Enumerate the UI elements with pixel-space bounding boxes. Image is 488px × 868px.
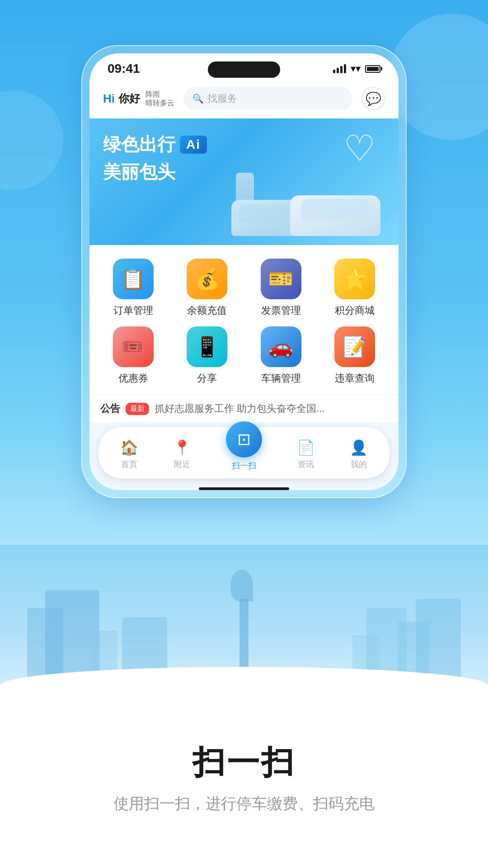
signal-icon xyxy=(333,64,346,73)
invoice-icon: 🎫 xyxy=(261,259,301,299)
bottom-nav: 🏠 首页 📍 附近 ⊡ 扫一扫 📄 资 xyxy=(99,427,389,478)
order-label: 订单管理 xyxy=(113,304,153,317)
search-icon: 🔍 xyxy=(192,93,204,104)
phone-mockup: 09:41 ▾▾ xyxy=(81,45,407,498)
nav-item-news[interactable]: 📄 资讯 xyxy=(288,436,324,472)
banner-text: 绿色出行 Ai 美丽包头 xyxy=(103,132,207,184)
news-label: 资讯 xyxy=(298,459,314,470)
nav-item-home[interactable]: 🏠 首页 xyxy=(111,436,147,472)
status-icons: ▾▾ xyxy=(333,63,380,75)
scan-subtitle: 使用扫一扫，进行停车缴费、扫码充电 xyxy=(113,793,375,814)
hi-label: Hi xyxy=(103,92,115,106)
share-label: 分享 xyxy=(197,372,217,385)
cityscape-section xyxy=(0,545,488,689)
menu-item-violation[interactable]: 📝 违章查询 xyxy=(320,326,390,385)
home-indicator xyxy=(199,487,289,490)
weather-desc: 晴转多云 xyxy=(145,99,174,107)
coupon-label: 优惠券 xyxy=(118,372,148,385)
notice-label: 公告 xyxy=(100,402,120,415)
invoice-label: 发票管理 xyxy=(261,304,301,317)
greeting-text: 你好 xyxy=(118,91,140,106)
notice-badge: 最新 xyxy=(126,403,149,415)
banner: 绿色出行 Ai 美丽包头 ♡ xyxy=(89,118,399,245)
status-notch xyxy=(208,61,280,78)
menu-grid: 📋 订单管理 💰 余额充值 🎫 发票管理 ⭐ xyxy=(99,259,389,385)
violation-label: 违章查询 xyxy=(335,372,375,385)
scan-title: 扫一扫 xyxy=(192,741,296,784)
status-bar: 09:41 ▾▾ xyxy=(89,53,399,80)
recharge-label: 余额充值 xyxy=(187,304,227,317)
violation-icon: 📝 xyxy=(334,326,375,367)
banner-line1: 绿色出行 Ai xyxy=(103,132,207,157)
message-button[interactable]: 💬 xyxy=(361,87,385,110)
status-time: 09:41 xyxy=(108,61,140,76)
nav-item-scan[interactable]: ⊡ 扫一扫 xyxy=(217,434,271,474)
recharge-icon: 💰 xyxy=(187,259,227,299)
menu-item-coupon[interactable]: 🎟️ 优惠券 xyxy=(99,326,168,385)
news-icon: 📄 xyxy=(297,439,315,456)
menu-item-order[interactable]: 📋 订单管理 xyxy=(99,259,168,317)
greeting-section: Hi 你好 阵雨 晴转多云 xyxy=(103,90,174,107)
wifi-icon: ▾▾ xyxy=(351,63,361,75)
battery-icon xyxy=(365,65,380,73)
search-bar[interactable]: 🔍 找服务 xyxy=(183,87,352,110)
nav-item-nearby[interactable]: 📍 附近 xyxy=(164,436,200,472)
nearby-icon: 📍 xyxy=(173,439,191,456)
points-icon: ⭐ xyxy=(334,259,375,299)
car-1-shape xyxy=(290,195,380,236)
ai-badge: Ai xyxy=(180,136,207,154)
vehicle-label: 车辆管理 xyxy=(261,372,301,385)
notice-text: 抓好志愿服务工作 助力包头奋夺全国... xyxy=(155,402,324,415)
phone-screen: 09:41 ▾▾ xyxy=(89,53,399,490)
phone-frame: 09:41 ▾▾ xyxy=(81,45,407,498)
order-icon: 📋 xyxy=(113,259,154,299)
menu-item-recharge[interactable]: 💰 余额充值 xyxy=(173,259,242,317)
vehicle-icon: 🚗 xyxy=(261,326,301,367)
app-header: Hi 你好 阵雨 晴转多云 🔍 找服务 💬 xyxy=(89,80,399,118)
menu-item-vehicle[interactable]: 🚗 车辆管理 xyxy=(246,326,316,385)
notice-bar[interactable]: 公告 最新 抓好志愿服务工作 助力包头奋夺全国... xyxy=(89,394,399,423)
nearby-label: 附近 xyxy=(174,459,190,470)
home-icon: 🏠 xyxy=(120,439,138,456)
share-icon: 📱 xyxy=(187,326,227,367)
weather-city: 阵雨 xyxy=(145,90,174,99)
scan-info-section: 扫一扫 使用扫一扫，进行停车缴费、扫码充电 xyxy=(0,687,488,868)
points-label: 积分商城 xyxy=(335,304,375,317)
cars-illustration xyxy=(227,164,399,245)
weather-info: 阵雨 晴转多云 xyxy=(145,90,174,107)
bg-decoration-2 xyxy=(0,90,63,190)
nav-item-profile[interactable]: 👤 我的 xyxy=(341,436,377,472)
profile-icon: 👤 xyxy=(350,439,368,456)
menu-item-points[interactable]: ⭐ 积分商城 xyxy=(320,259,390,317)
scan-icon: ⊡ xyxy=(237,430,251,449)
scan-label: 扫一扫 xyxy=(232,460,256,471)
search-placeholder: 找服务 xyxy=(207,92,237,105)
home-label: 首页 xyxy=(121,459,137,470)
menu-section: 📋 订单管理 💰 余额充值 🎫 发票管理 ⭐ xyxy=(89,245,399,394)
profile-label: 我的 xyxy=(351,459,367,470)
menu-item-invoice[interactable]: 🎫 发票管理 xyxy=(246,259,316,317)
menu-item-share[interactable]: 📱 分享 xyxy=(173,326,242,385)
scan-button[interactable]: ⊡ xyxy=(226,421,262,458)
page-background: 09:41 ▾▾ xyxy=(0,0,488,868)
coupon-icon: 🎟️ xyxy=(113,326,154,367)
banner-line2: 美丽包头 xyxy=(103,160,207,184)
message-icon: 💬 xyxy=(366,91,381,106)
